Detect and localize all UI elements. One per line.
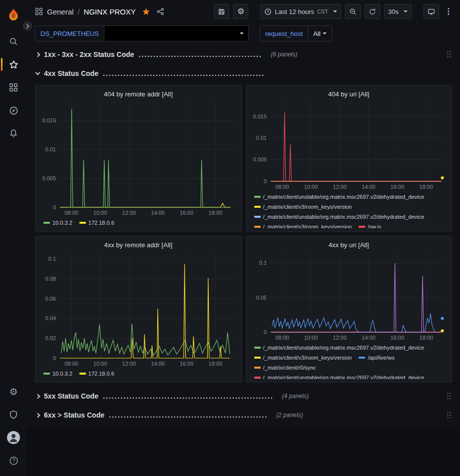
sidebar-item-alerting[interactable] bbox=[0, 122, 27, 145]
svg-text:10:00: 10:00 bbox=[93, 210, 107, 216]
save-dashboard-button[interactable] bbox=[214, 4, 229, 19]
more-options-button[interactable] bbox=[443, 4, 454, 19]
legend-item[interactable]: /sw.js bbox=[359, 222, 381, 228]
legend-item[interactable]: /api/live/ws bbox=[359, 353, 395, 362]
legend-item[interactable]: /_matrix/client/v3/room_keys/version bbox=[254, 353, 352, 362]
legend-label: /_matrix/client/v3/room_keys/version bbox=[263, 204, 352, 210]
svg-text:0.005: 0.005 bbox=[42, 175, 56, 181]
row-6xx[interactable]: 6xx > Status Code ......................… bbox=[35, 408, 452, 423]
svg-text:12:00: 12:00 bbox=[333, 335, 347, 341]
panel-title[interactable]: 404 by remote addr [All] bbox=[39, 87, 237, 100]
gear-icon: ⚙ bbox=[237, 7, 244, 15]
sidebar-expand-button[interactable] bbox=[23, 21, 32, 30]
datasource-value-dropdown[interactable] bbox=[104, 26, 248, 41]
svg-text:0.015: 0.015 bbox=[253, 113, 267, 119]
help-icon: ? bbox=[9, 456, 18, 466]
svg-text:0.015: 0.015 bbox=[42, 117, 56, 123]
sidebar-item-configuration[interactable]: ⚙ bbox=[0, 380, 27, 403]
legend-swatch bbox=[254, 347, 261, 349]
panel-title[interactable]: 404 by uri [All] bbox=[250, 87, 448, 100]
time-series-chart[interactable]: 00.0050.010.01508:0010:0012:0014:0016:00… bbox=[250, 100, 448, 191]
legend-item[interactable]: 172.18.0.6 bbox=[79, 369, 114, 378]
request-host-value: All bbox=[313, 30, 320, 37]
page-background-filler bbox=[27, 427, 460, 476]
legend-item[interactable]: /_matrix/client/v3/room_keys/version bbox=[254, 222, 352, 228]
request-host-variable-label[interactable]: request_host bbox=[260, 26, 308, 41]
dashboard-settings-button[interactable]: ⚙ bbox=[233, 4, 248, 19]
grafana-logo[interactable] bbox=[0, 3, 27, 27]
svg-text:08:00: 08:00 bbox=[275, 335, 289, 341]
request-host-value-dropdown[interactable]: All bbox=[308, 26, 331, 41]
legend-item[interactable]: /_matrix/client/r0/sync bbox=[254, 363, 316, 372]
favorite-star-button[interactable] bbox=[142, 7, 150, 16]
legend-swatch bbox=[43, 373, 50, 375]
time-range-picker[interactable]: Last 12 hours CST bbox=[260, 4, 341, 19]
time-range-label: Last 12 hours bbox=[275, 8, 314, 15]
refresh-button[interactable] bbox=[365, 4, 380, 19]
dashboards-apps-icon[interactable] bbox=[35, 7, 43, 15]
chart-legend: 10.0.3.2172.18.0.6 bbox=[39, 368, 237, 379]
legend-label: /_matrix/client/unstable/org.matrix.msc2… bbox=[263, 194, 425, 200]
time-series-chart[interactable]: 00.0050.010.01508:0010:0012:0014:0016:00… bbox=[39, 100, 237, 217]
panel-4xx-by-remote-addr: 4xx by remote addr [All] 00.020.040.060.… bbox=[35, 236, 242, 383]
share-icon bbox=[156, 7, 164, 15]
chart-legend: /_matrix/client/unstable/org.matrix.msc2… bbox=[250, 342, 448, 379]
datasource-variable-label[interactable]: DS_PROMETHEUS bbox=[35, 26, 104, 41]
person-icon bbox=[7, 431, 20, 444]
legend-item[interactable]: /_matrix/client/v3/room_keys/version bbox=[254, 202, 352, 211]
refresh-interval-dropdown[interactable]: 30s bbox=[384, 4, 412, 19]
chart-svg: 00.0050.010.01508:0010:0012:0014:0016:00… bbox=[250, 100, 448, 191]
svg-text:12:00: 12:00 bbox=[333, 184, 347, 190]
legend-item[interactable]: /_matrix/client/unstable/org.matrix.msc2… bbox=[254, 343, 425, 352]
legend-item[interactable]: /_matrix/client/unstable/org.matrix.msc2… bbox=[254, 373, 425, 379]
svg-text:0.02: 0.02 bbox=[45, 335, 56, 341]
legend-swatch bbox=[254, 196, 261, 198]
panel-title[interactable]: 4xx by uri [All] bbox=[250, 238, 448, 251]
row-title-dots: ........................................… bbox=[139, 50, 262, 58]
legend-swatch bbox=[254, 216, 261, 218]
row-4xx[interactable]: 4xx Status Code ........................… bbox=[35, 66, 452, 81]
shield-icon bbox=[9, 410, 18, 419]
legend-item[interactable]: 10.0.3.2 bbox=[43, 218, 72, 227]
sidebar-item-dashboards[interactable] bbox=[0, 76, 27, 99]
dashboard-header: General / NGINX PROXY bbox=[27, 0, 460, 23]
sidebar-item-server-admin[interactable] bbox=[0, 403, 27, 426]
legend-label: /_matrix/client/v3/room_keys/version bbox=[263, 224, 352, 228]
sidebar-item-starred[interactable] bbox=[0, 53, 27, 76]
variable-datasource: DS_PROMETHEUS bbox=[35, 25, 249, 41]
svg-text:08:00: 08:00 bbox=[64, 361, 78, 367]
svg-text:16:00: 16:00 bbox=[390, 335, 404, 341]
svg-text:0.05: 0.05 bbox=[256, 295, 266, 301]
sidebar-item-profile[interactable] bbox=[0, 426, 27, 449]
svg-text:0: 0 bbox=[53, 355, 56, 361]
svg-text:0.01: 0.01 bbox=[45, 146, 56, 152]
svg-text:18:00: 18:00 bbox=[419, 335, 433, 341]
time-series-chart[interactable]: 00.020.040.060.080.108:0010:0012:0014:00… bbox=[39, 251, 237, 368]
row-title-dots: ........................................… bbox=[109, 411, 268, 419]
share-dashboard-button[interactable] bbox=[156, 7, 164, 15]
legend-item[interactable]: /_matrix/client/unstable/org.matrix.msc2… bbox=[254, 212, 425, 221]
time-series-chart[interactable]: 00.050.108:0010:0012:0014:0016:0018:00 bbox=[250, 251, 448, 342]
star-icon bbox=[9, 60, 18, 69]
legend-label: /_matrix/client/unstable/org.matrix.msc2… bbox=[263, 214, 425, 220]
row-1xx-3xx-2xx[interactable]: 1xx - 3xx - 2xx Status Code ............… bbox=[35, 47, 452, 62]
row-drag-handle-icon[interactable] bbox=[447, 412, 451, 419]
legend-item[interactable]: 10.0.3.2 bbox=[43, 369, 72, 378]
row-5xx[interactable]: 5xx Status Code ........................… bbox=[35, 389, 452, 404]
tv-mode-button[interactable] bbox=[424, 4, 439, 19]
legend-item[interactable]: 172.18.0.6 bbox=[79, 218, 114, 227]
sidebar-item-help[interactable]: ? bbox=[0, 449, 27, 472]
breadcrumb-separator: / bbox=[77, 7, 79, 16]
legend-item[interactable]: /_matrix/client/unstable/org.matrix.msc2… bbox=[254, 192, 425, 201]
zoom-out-time-button[interactable] bbox=[345, 4, 361, 19]
sidebar-item-explore[interactable] bbox=[0, 99, 27, 122]
sidebar-item-search[interactable] bbox=[0, 30, 27, 53]
svg-text:14:00: 14:00 bbox=[151, 361, 165, 367]
svg-text:16:00: 16:00 bbox=[390, 184, 404, 190]
svg-text:0.01: 0.01 bbox=[256, 135, 266, 141]
row-drag-handle-icon[interactable] bbox=[447, 393, 451, 400]
row-drag-handle-icon[interactable] bbox=[447, 51, 451, 58]
breadcrumb-folder[interactable]: General bbox=[47, 7, 73, 16]
breadcrumb-dashboard-title[interactable]: NGINX PROXY bbox=[84, 7, 136, 16]
panel-title[interactable]: 4xx by remote addr [All] bbox=[39, 238, 237, 251]
